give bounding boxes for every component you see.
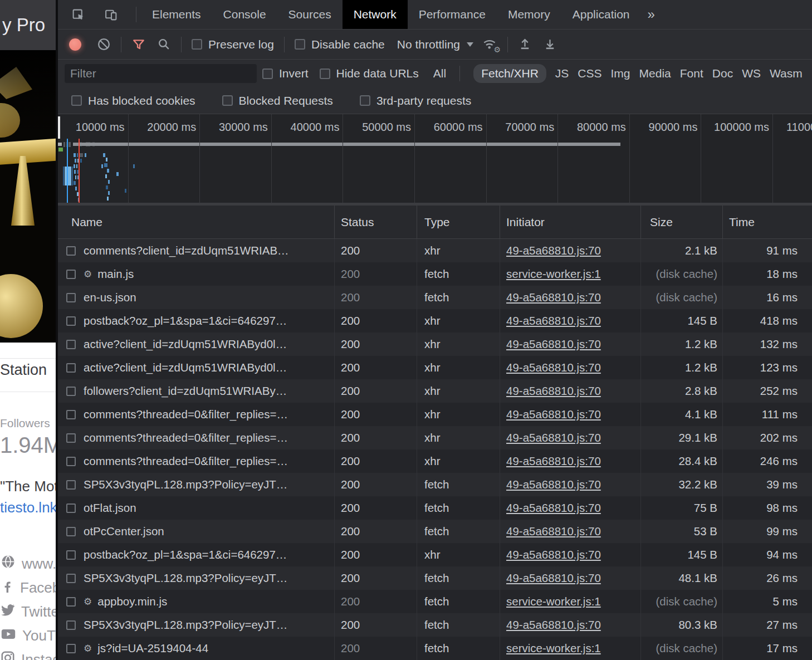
- device-toolbar-icon[interactable]: [104, 8, 118, 22]
- row-checkbox[interactable]: [66, 410, 76, 419]
- blocked-requests-checkbox[interactable]: [222, 95, 233, 106]
- has-blocked-cookies-toggle[interactable]: Has blocked cookies: [71, 94, 195, 107]
- has-blocked-cookies-checkbox[interactable]: [71, 95, 82, 106]
- row-checkbox[interactable]: [66, 644, 76, 653]
- social-link-faceb[interactable]: Faceb: [1, 579, 56, 596]
- column-header-name[interactable]: Name: [58, 206, 335, 238]
- request-type-img[interactable]: Img: [611, 67, 630, 80]
- export-har-icon[interactable]: [543, 37, 557, 51]
- request-type-wasm[interactable]: Wasm: [770, 67, 803, 80]
- request-type-all[interactable]: All: [433, 67, 446, 80]
- tab-station[interactable]: Station: [0, 361, 47, 379]
- initiator-link[interactable]: 49-a5a68810.js:70: [506, 548, 601, 561]
- column-header-type[interactable]: Type: [417, 206, 500, 238]
- social-link-instag[interactable]: Instag: [1, 651, 56, 660]
- request-type-css[interactable]: CSS: [578, 67, 601, 80]
- tab-sources[interactable]: Sources: [277, 0, 343, 29]
- row-checkbox[interactable]: [66, 550, 76, 560]
- disable-cache-checkbox[interactable]: [295, 39, 305, 50]
- tab-memory[interactable]: Memory: [497, 0, 561, 29]
- throttling-dropdown[interactable]: No throttling: [397, 38, 473, 51]
- initiator-link[interactable]: 49-a5a68810.js:70: [506, 525, 601, 538]
- initiator-link[interactable]: 49-a5a68810.js:70: [506, 454, 601, 468]
- row-checkbox[interactable]: [66, 246, 76, 256]
- row-checkbox[interactable]: [66, 620, 76, 630]
- table-row[interactable]: postback?oz_pl=1&spa=1&ci=646297…200xhr4…: [58, 543, 812, 566]
- initiator-link[interactable]: 49-a5a68810.js:70: [506, 431, 601, 444]
- table-row[interactable]: comments?threaded=0&filter_replies=…200x…: [58, 403, 812, 426]
- request-type-font[interactable]: Font: [680, 67, 703, 80]
- blocked-requests-toggle[interactable]: Blocked Requests: [222, 94, 333, 107]
- table-row[interactable]: comments?threaded=0&filter_replies=…200x…: [58, 449, 812, 473]
- record-button[interactable]: [69, 38, 81, 51]
- more-tabs-button[interactable]: »: [640, 0, 661, 29]
- row-checkbox[interactable]: [66, 316, 76, 326]
- table-row[interactable]: ⚙js?id=UA-2519404-44200fetchservice-work…: [58, 637, 812, 660]
- filter-icon[interactable]: [131, 37, 146, 52]
- column-header-time[interactable]: Time: [723, 206, 812, 238]
- social-link-www[interactable]: www.: [1, 555, 56, 572]
- initiator-link[interactable]: 49-a5a68810.js:70: [506, 291, 601, 304]
- tab-network[interactable]: Network: [343, 0, 408, 29]
- request-type-fetch-xhr[interactable]: Fetch/XHR: [473, 64, 546, 83]
- initiator-link[interactable]: 49-a5a68810.js:70: [506, 501, 601, 515]
- bio-link[interactable]: tiesto.lnk: [0, 499, 56, 516]
- row-checkbox[interactable]: [66, 457, 76, 466]
- table-row[interactable]: otPcCenter.json200fetch49-a5a68810.js:70…: [58, 520, 812, 543]
- tab-elements[interactable]: Elements: [141, 0, 212, 29]
- table-row[interactable]: ⚙appboy.min.js200fetchservice-worker.js:…: [58, 590, 812, 613]
- hide-data-urls-toggle[interactable]: Hide data URLs: [320, 67, 419, 80]
- table-row[interactable]: ⚙main.js200fetchservice-worker.js:1(disk…: [58, 262, 812, 286]
- request-type-doc[interactable]: Doc: [712, 67, 733, 80]
- import-har-icon[interactable]: [518, 37, 532, 51]
- initiator-link[interactable]: 49-a5a68810.js:70: [506, 338, 601, 351]
- table-row[interactable]: SP5X3v3tyqPL.128.mp3?Policy=eyJT…200fetc…: [58, 613, 812, 637]
- table-row[interactable]: SP5X3v3tyqPL.128.mp3?Policy=eyJT…200fetc…: [58, 566, 812, 590]
- preserve-log-toggle[interactable]: Preserve log: [192, 38, 274, 51]
- request-type-js[interactable]: JS: [555, 67, 569, 80]
- initiator-link[interactable]: 49-a5a68810.js:70: [506, 361, 601, 374]
- row-checkbox[interactable]: [66, 433, 76, 443]
- tab-console[interactable]: Console: [212, 0, 277, 29]
- table-row[interactable]: comments?client_id=zdUqm51WRIAB…200xhr49…: [58, 239, 812, 262]
- inspect-element-icon[interactable]: [71, 8, 85, 22]
- overview-waterfall[interactable]: [58, 138, 812, 203]
- request-type-ws[interactable]: WS: [742, 67, 761, 80]
- initiator-link[interactable]: 49-a5a68810.js:70: [506, 571, 601, 585]
- filter-input[interactable]: [65, 64, 257, 83]
- network-overview-timeline[interactable]: 10000 ms20000 ms30000 ms40000 ms50000 ms…: [58, 114, 812, 206]
- initiator-link[interactable]: 49-a5a68810.js:70: [506, 314, 601, 327]
- try-pro-button[interactable]: y Pro: [0, 0, 56, 50]
- hide-data-urls-checkbox[interactable]: [320, 69, 330, 79]
- row-checkbox[interactable]: [66, 597, 76, 607]
- social-link-youtu[interactable]: YouTu: [1, 627, 56, 644]
- row-checkbox[interactable]: [66, 293, 76, 302]
- column-header-size[interactable]: Size: [641, 206, 723, 238]
- third-party-toggle[interactable]: 3rd-party requests: [360, 94, 471, 107]
- table-row[interactable]: followers?client_id=zdUqm51WRIABy…200xhr…: [58, 379, 812, 403]
- initiator-link[interactable]: 49-a5a68810.js:70: [506, 408, 601, 421]
- initiator-link[interactable]: 49-a5a68810.js:70: [506, 384, 601, 398]
- table-row[interactable]: SP5X3v3tyqPL.128.mp3?Policy=eyJT…200fetc…: [58, 473, 812, 496]
- table-row[interactable]: active?client_id=zdUqm51WRIAByd0l…200xhr…: [58, 333, 812, 356]
- initiator-link[interactable]: 49-a5a68810.js:70: [506, 478, 601, 491]
- tab-application[interactable]: Application: [561, 0, 641, 29]
- preserve-log-checkbox[interactable]: [192, 39, 202, 50]
- row-checkbox[interactable]: [66, 387, 76, 396]
- row-checkbox[interactable]: [66, 503, 76, 513]
- clear-icon[interactable]: [97, 37, 111, 51]
- table-row[interactable]: active?client_id=zdUqm51WRIAByd0l…200xhr…: [58, 356, 812, 379]
- initiator-link[interactable]: 49-a5a68810.js:70: [506, 244, 601, 257]
- initiator-link[interactable]: service-worker.js:1: [506, 267, 601, 281]
- column-header-initiator[interactable]: Initiator: [500, 206, 641, 238]
- row-checkbox[interactable]: [66, 527, 76, 536]
- search-icon[interactable]: [157, 37, 171, 51]
- row-checkbox[interactable]: [66, 363, 76, 373]
- initiator-link[interactable]: service-worker.js:1: [506, 642, 601, 655]
- invert-toggle[interactable]: Invert: [262, 67, 309, 80]
- column-header-status[interactable]: Status: [335, 206, 417, 238]
- table-row[interactable]: comments?threaded=0&filter_replies=…200x…: [58, 426, 812, 449]
- table-row[interactable]: otFlat.json200fetch49-a5a68810.js:7075 B…: [58, 496, 812, 520]
- tab-performance[interactable]: Performance: [408, 0, 497, 29]
- row-checkbox[interactable]: [66, 574, 76, 583]
